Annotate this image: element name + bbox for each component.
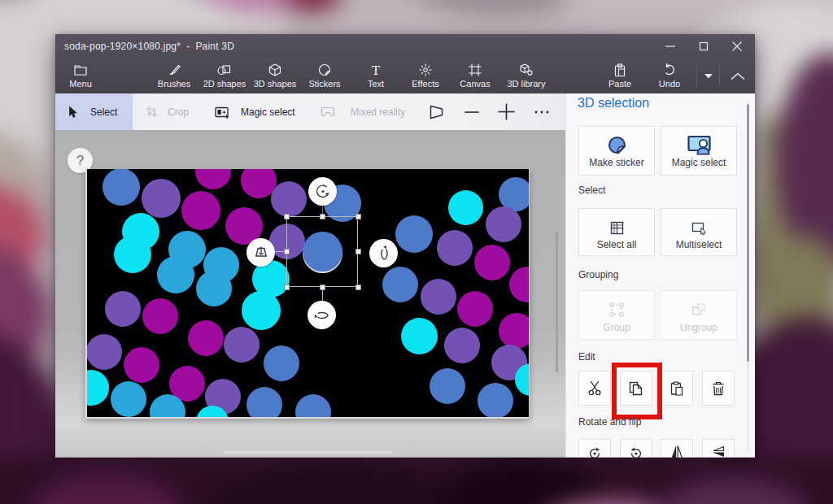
svg-text:T: T xyxy=(372,63,381,77)
